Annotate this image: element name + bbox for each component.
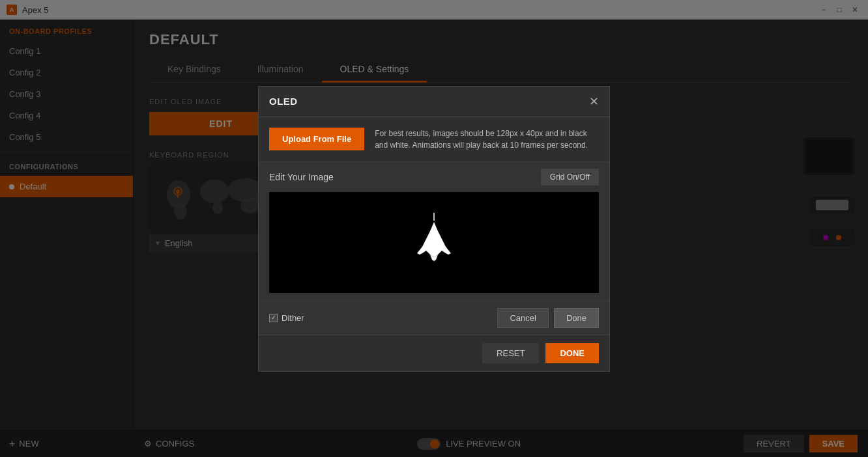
modal-title: OLED	[269, 96, 298, 107]
dither-checkbox[interactable]: ✓ Dither	[269, 313, 304, 323]
upload-from-file-button[interactable]: Upload From File	[269, 128, 364, 150]
svg-marker-21	[446, 247, 451, 255]
checkbox-dither[interactable]: ✓	[269, 314, 278, 322]
svg-marker-19	[420, 222, 448, 257]
oled-image	[408, 213, 460, 271]
edit-your-image-label: Edit Your Image	[269, 172, 334, 182]
svg-marker-20	[417, 247, 422, 255]
reset-button[interactable]: RESET	[482, 343, 539, 363]
done-inner-button[interactable]: Done	[554, 308, 599, 328]
modal-upload-row: Upload From File For best results, image…	[259, 117, 609, 162]
grid-on-off-button[interactable]: Grid On/Off	[541, 169, 599, 186]
oled-canvas[interactable]	[269, 192, 599, 293]
upload-hint-text: For best results, images should be 128px…	[375, 128, 599, 151]
edit-image-header: Edit Your Image Grid On/Off	[259, 162, 609, 192]
oled-modal: OLED ✕ Upload From File For best results…	[258, 86, 610, 372]
modal-footer: RESET DONE	[259, 335, 609, 371]
modal-close-button[interactable]: ✕	[589, 96, 599, 107]
done-button[interactable]: DONE	[545, 343, 599, 363]
dither-label: Dither	[282, 313, 304, 323]
inner-action-buttons: Cancel Done	[497, 308, 599, 328]
modal-header: OLED ✕	[259, 87, 609, 117]
checkmark-icon: ✓	[271, 314, 276, 321]
cancel-button[interactable]: Cancel	[497, 308, 548, 328]
modal-bottom-row: ✓ Dither Cancel Done	[259, 301, 609, 335]
modal-overlay: OLED ✕ Upload From File For best results…	[0, 0, 868, 457]
